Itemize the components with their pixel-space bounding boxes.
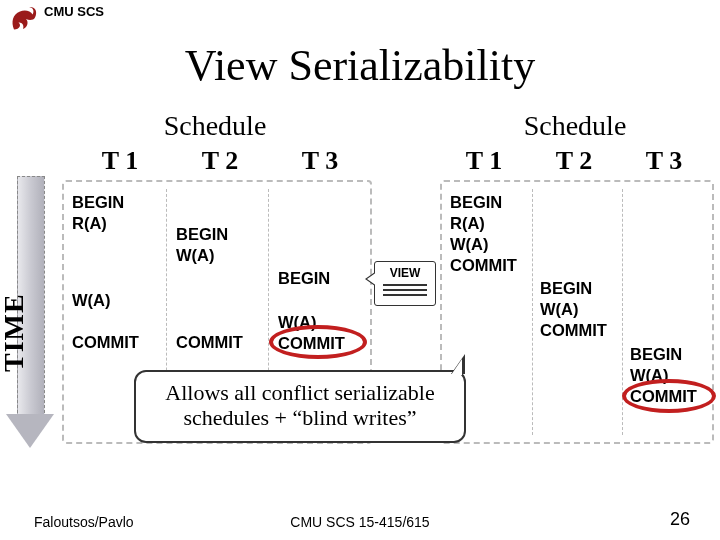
schedule-box-right: BEGIN R(A) W(A) COMMIT BEGIN W(A) COMMIT…: [440, 180, 714, 444]
op: COMMIT: [540, 320, 607, 341]
time-axis: TIME: [10, 176, 50, 451]
op: COMMIT: [630, 386, 697, 407]
footer-center: CMU SCS 15-415/615: [0, 514, 720, 530]
col-t2-right: T 2: [534, 146, 614, 176]
col-t2-left: T 2: [175, 146, 265, 176]
op: BEGIN: [176, 224, 228, 245]
op: W(A): [72, 290, 110, 311]
dragon-icon: [8, 4, 38, 34]
op: COMMIT: [176, 332, 243, 353]
op: COMMIT: [278, 333, 345, 354]
op: W(A): [630, 365, 668, 386]
op: W(A): [176, 245, 214, 266]
org-label: CMU SCS: [44, 4, 104, 19]
op: BEGIN: [450, 192, 502, 213]
view-callout: VIEW: [374, 261, 436, 306]
bubble-text: Allows all conflict serializable schedul…: [165, 380, 434, 430]
schedule-label-right: Schedule: [440, 110, 710, 142]
op: W(A): [540, 299, 578, 320]
op: COMMIT: [72, 332, 139, 353]
op: R(A): [72, 213, 107, 234]
op: W(A): [278, 312, 316, 333]
op: BEGIN: [630, 344, 682, 365]
schedule-label-left: Schedule: [60, 110, 370, 142]
op: BEGIN: [278, 268, 330, 289]
op: BEGIN: [72, 192, 124, 213]
op: W(A): [450, 234, 488, 255]
time-label: TIME: [0, 293, 30, 372]
op: COMMIT: [450, 255, 517, 276]
col-t1-right: T 1: [444, 146, 524, 176]
col-t1-left: T 1: [75, 146, 165, 176]
footer-right: 26: [670, 509, 690, 530]
speech-bubble: Allows all conflict serializable schedul…: [134, 370, 466, 443]
col-t3-left: T 3: [275, 146, 365, 176]
view-label: VIEW: [379, 266, 431, 280]
col-t3-right: T 3: [624, 146, 704, 176]
page-title: View Serializability: [0, 40, 720, 91]
op: R(A): [450, 213, 485, 234]
op: BEGIN: [540, 278, 592, 299]
header: CMU SCS: [8, 4, 104, 34]
